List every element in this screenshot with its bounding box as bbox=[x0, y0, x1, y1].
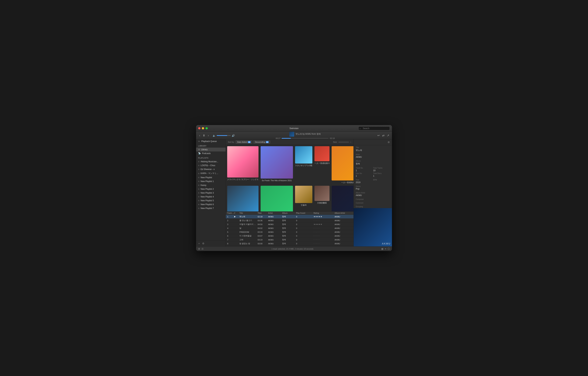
cell-album-artist: AKMU bbox=[335, 231, 352, 233]
album-grid-container[interactable]: クライマックス ラブリー・ソングス So Fresh: The Hits of … bbox=[226, 145, 354, 211]
album-cover bbox=[227, 146, 259, 178]
track-row[interactable]: 7 고래 03:19 AKMU 항해 0 · · · · · AKMU bbox=[226, 238, 354, 242]
playback-controls: ↩ ⇄ ↗ bbox=[377, 133, 390, 138]
queue-label: Playback Queue bbox=[201, 140, 217, 143]
info-button[interactable]: ⓘ bbox=[388, 247, 390, 251]
album-item[interactable]: 韓劇OST: 合集 bbox=[227, 186, 259, 211]
album-item[interactable]: 一人一首成名曲 8 bbox=[332, 146, 354, 184]
sidebar-playlist-item[interactable]: ≡New Playlist 7 bbox=[196, 206, 226, 210]
cover-text bbox=[261, 186, 293, 211]
sidebar-settings-button[interactable]: ⚙ bbox=[202, 241, 205, 245]
header-hash: # bbox=[234, 212, 240, 214]
album-item[interactable]: 双子座的我 bbox=[261, 186, 293, 211]
volume-control: 🔈 🔊 bbox=[213, 134, 235, 137]
volume-slider[interactable] bbox=[217, 135, 231, 136]
album-cover bbox=[295, 186, 312, 203]
track-row[interactable]: 3 어떻게 이별까지 사랑하겠어, 널 사랑하... 04:50 AKMU 항해… bbox=[226, 222, 354, 226]
close-button[interactable] bbox=[198, 127, 200, 129]
info-grouping-row: Grouping bbox=[356, 206, 390, 208]
grid-view-button[interactable]: ⊞ bbox=[198, 248, 200, 250]
scroll-indicator[interactable]: ○ bbox=[350, 141, 351, 143]
track-row[interactable]: 6 더 사랑해줄걸 03:07 AKMU 항해 0 · · · · · AKMU bbox=[226, 234, 354, 238]
repeat-button[interactable]: ↩ bbox=[377, 133, 380, 138]
header-play-count: Play Count bbox=[296, 212, 314, 214]
pause-button[interactable]: ⏸ bbox=[201, 133, 206, 138]
cell-title: 밤 끝없는 밤 bbox=[240, 242, 258, 245]
columns-button[interactable]: ▦ bbox=[381, 247, 383, 251]
album-title: 一人一首成名曲 6 bbox=[315, 162, 329, 164]
track-row[interactable]: 8 밤 끝없는 밤 03:00 AKMU 항해 0 · · · · · AKMU bbox=[226, 242, 354, 246]
album-item[interactable]: So Fresh: The Hits of Autumn 2021 bbox=[261, 146, 293, 184]
sidebar-playlist-item[interactable]: ≡Kassy bbox=[196, 183, 226, 187]
info-year-grid: Year 2019 BPM bbox=[356, 179, 390, 184]
cell-time: 03:36 bbox=[258, 219, 268, 222]
album-value: 항해 bbox=[356, 162, 390, 165]
cell-no: 3 bbox=[227, 223, 234, 225]
sidebar-library[interactable]: ⊞ Library bbox=[196, 148, 226, 151]
track-row[interactable]: 1 ▶ 뱃노래 02:18 AKMU 항해 0 ★★★★★ AKMU bbox=[226, 215, 354, 219]
titlebar: Swinsian ⌕ bbox=[196, 125, 392, 132]
sort-bar: Sort by: Date Added ⊞ Descending ⊞ Size:… bbox=[226, 139, 354, 145]
title-value: 뱃노래 bbox=[356, 149, 390, 152]
track-row[interactable]: 4 달 04:02 AKMU 항해 0 · · · · · AKMU bbox=[226, 226, 354, 230]
size-slider[interactable] bbox=[338, 142, 349, 142]
album-item[interactable]: 一人一首成名曲 6 bbox=[315, 146, 329, 184]
status-text: 1 track selected, 15.4 MiB, 2 minutes 18… bbox=[272, 248, 314, 250]
cell-time: 03:33 bbox=[258, 231, 268, 233]
right-panel-gear-button[interactable]: ⚙ bbox=[388, 141, 390, 144]
sidebar-playback-queue[interactable]: ≡› Playback Queue bbox=[196, 139, 226, 143]
add-playlist-button[interactable]: + bbox=[198, 241, 200, 245]
album-item[interactable]: スタジオジブリの歌 bbox=[295, 146, 312, 184]
album-artist-label: Album Artist bbox=[356, 192, 390, 194]
right-panel-header: ⚙ bbox=[354, 139, 392, 145]
cell-no: 7 bbox=[227, 239, 234, 241]
cell-rating: · · · · · bbox=[314, 231, 335, 233]
sidebar-playlist-item[interactable]: ≡New Playlist bbox=[196, 176, 226, 179]
sidebar-playlist-item[interactable]: ≡Ed Sheeran - x bbox=[196, 167, 226, 171]
track-row[interactable]: 5 FREEDOM 03:33 AKMU 항해 0 · · · · · AKMU bbox=[226, 230, 354, 234]
sidebar-playlist-item[interactable]: ≡New Playlist 4 bbox=[196, 195, 226, 199]
right-panel: ⚙ Title 뱃노래 Artist AKMU Album 항해 Track N bbox=[354, 139, 392, 246]
album-grid: クライマックス ラブリー・ソングス So Fresh: The Hits of … bbox=[227, 146, 352, 211]
sidebar-playlist-item[interactable]: ≡New Playlist 6 bbox=[196, 202, 226, 206]
equalizer-button[interactable]: ⚖ bbox=[201, 248, 204, 250]
sidebar-playlist-item[interactable]: ≡LOOΠΔ – Chuu bbox=[196, 164, 226, 167]
window-title: Swinsian bbox=[289, 127, 299, 130]
total-discs-value: 1 bbox=[373, 175, 390, 177]
track-row[interactable]: 2 물 만난 물고기 03:36 AKMU 항해 0 · · · · · AKM… bbox=[226, 219, 354, 222]
progress-bar[interactable] bbox=[282, 138, 328, 139]
list-view-button[interactable]: ≡ bbox=[385, 247, 386, 251]
track-artist: AKMU bbox=[305, 133, 311, 135]
sidebar-playlist-item[interactable]: ≡New Playlist 3 bbox=[196, 191, 226, 195]
album-cover bbox=[315, 146, 329, 161]
zoom-button[interactable] bbox=[206, 127, 208, 129]
album-item[interactable]: クライマックス ラブリー・ソングス bbox=[227, 146, 259, 184]
cell-rating: · · · · · bbox=[314, 242, 335, 244]
album-item[interactable]: 민들레 bbox=[295, 186, 312, 211]
sidebar-podcasts[interactable]: 📡 Podcasts bbox=[196, 151, 226, 155]
album-item[interactable]: 大俠的翻唱 bbox=[315, 186, 329, 211]
pin-button[interactable]: ↗ bbox=[386, 133, 390, 138]
playlist-name: Ed Sheeran - x bbox=[201, 168, 215, 170]
album-item[interactable]: 不染《電視劇《香蜜沉沈燼如霜》主題... bbox=[332, 186, 354, 211]
search-input[interactable] bbox=[358, 126, 390, 130]
sidebar-playlist-item[interactable]: ≡KARA - マンマミ... bbox=[196, 171, 226, 176]
sort-order-button[interactable]: Descending ⊞ bbox=[253, 140, 270, 144]
header-track-no: Track No. bbox=[227, 212, 234, 214]
back-button[interactable]: ‹ bbox=[198, 133, 201, 138]
cell-play-count: 0 bbox=[296, 223, 314, 225]
sidebar-playlist-item[interactable]: ≡Akdong Musician... bbox=[196, 160, 226, 164]
cell-album: 항해 bbox=[282, 235, 296, 237]
sidebar-playlist-item[interactable]: ≡New Playlist 5 bbox=[196, 199, 226, 202]
sidebar-playlist-item[interactable]: ≡New Playlist 1 bbox=[196, 179, 226, 183]
minimize-button[interactable] bbox=[202, 127, 204, 129]
forward-button[interactable]: › bbox=[207, 133, 210, 138]
playlist-icon: ≡ bbox=[198, 180, 200, 183]
now-playing-text: 뱃노래 by AKMU from 항해 bbox=[295, 133, 321, 136]
sort-field-button[interactable]: Date Added ⊞ bbox=[236, 140, 252, 144]
shuffle-button[interactable]: ⇄ bbox=[381, 133, 385, 138]
queue-icon: ≡› bbox=[198, 140, 200, 143]
sort-field-badge: ⊞ bbox=[248, 141, 251, 143]
playlist-icon: ≡ bbox=[198, 160, 200, 163]
sidebar-playlist-item[interactable]: ≡New Playlist 2 bbox=[196, 187, 226, 191]
